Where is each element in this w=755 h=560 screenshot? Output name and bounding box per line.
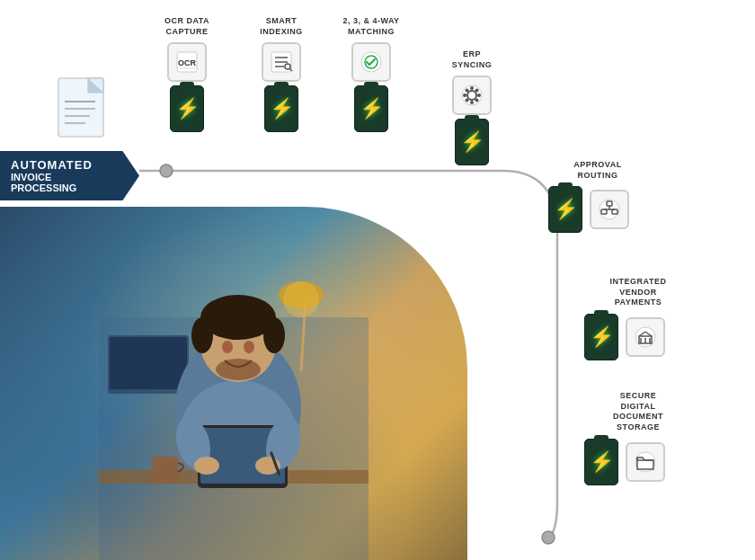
svg-point-15 bbox=[216, 359, 261, 380]
start-label: AUTOMATED INVOICE PROCESSING bbox=[0, 151, 139, 200]
svg-point-53 bbox=[475, 89, 479, 93]
step-matching-icon bbox=[351, 42, 391, 82]
label-processing: PROCESSING bbox=[11, 182, 129, 193]
svg-point-47 bbox=[470, 86, 474, 90]
step-ocr-label: OCR DATACAPTURE bbox=[164, 16, 209, 37]
step-storage: SECUREDIGITALDOCUMENTSTORAGE ⚡ bbox=[566, 391, 683, 485]
step-vendor-label: INTEGRATEDVENDORPAYMENTS bbox=[610, 277, 667, 308]
svg-point-49 bbox=[463, 93, 466, 97]
svg-point-5 bbox=[283, 281, 319, 317]
step-ocr-icon: OCR bbox=[167, 42, 207, 82]
svg-point-11 bbox=[191, 317, 213, 353]
step-erp-battery: ⚡ bbox=[455, 119, 489, 165]
svg-point-54 bbox=[466, 99, 469, 102]
step-matching: 2, 3, & 4-WAYMATCHING ⚡ bbox=[331, 16, 412, 132]
svg-point-20 bbox=[194, 457, 219, 475]
step-matching-label: 2, 3, & 4-WAYMATCHING bbox=[342, 16, 399, 37]
step-vendor-icon bbox=[626, 317, 665, 357]
document-icon bbox=[54, 76, 112, 152]
svg-point-12 bbox=[263, 317, 285, 353]
step-approval-icon bbox=[590, 190, 629, 229]
label-automated: AUTOMATED bbox=[11, 158, 129, 172]
step-storage-icon bbox=[626, 442, 665, 482]
step-indexing: SMARTINDEXING ⚡ bbox=[241, 16, 322, 132]
svg-point-25 bbox=[542, 531, 555, 544]
step-approval: APPROVALROUTING ⚡ bbox=[539, 160, 638, 233]
label-invoice: INVOICE bbox=[11, 172, 129, 182]
step-approval-battery: ⚡ bbox=[548, 186, 582, 233]
svg-text:OCR: OCR bbox=[178, 58, 197, 67]
step-indexing-label: SMARTINDEXING bbox=[260, 16, 303, 37]
background-photo bbox=[0, 207, 467, 560]
svg-point-24 bbox=[160, 164, 173, 177]
step-matching-battery: ⚡ bbox=[354, 85, 388, 132]
step-ocr-battery: ⚡ bbox=[170, 85, 204, 132]
step-erp-icon bbox=[452, 76, 492, 115]
svg-point-51 bbox=[466, 89, 469, 93]
step-vendor-battery: ⚡ bbox=[584, 314, 618, 360]
svg-point-13 bbox=[222, 341, 233, 353]
step-vendor: INTEGRATEDVENDORPAYMENTS ⚡ bbox=[566, 277, 683, 360]
step-erp-label: ERPSYNCING bbox=[452, 49, 493, 70]
step-indexing-icon bbox=[262, 42, 301, 82]
svg-point-50 bbox=[477, 93, 481, 97]
svg-rect-36 bbox=[179, 67, 195, 69]
step-approval-label: APPROVALROUTING bbox=[573, 160, 621, 181]
step-storage-battery: ⚡ bbox=[584, 439, 618, 485]
svg-point-48 bbox=[470, 101, 474, 104]
svg-point-52 bbox=[475, 99, 479, 102]
step-indexing-battery: ⚡ bbox=[264, 85, 298, 132]
svg-point-14 bbox=[244, 341, 254, 353]
svg-rect-22 bbox=[153, 457, 178, 484]
step-ocr: OCR DATACAPTURE OCR ⚡ bbox=[147, 16, 227, 132]
step-storage-label: SECUREDIGITALDOCUMENTSTORAGE bbox=[613, 391, 663, 433]
svg-rect-2 bbox=[110, 337, 187, 389]
step-erp: ERPSYNCING ⚡ bbox=[431, 49, 512, 165]
